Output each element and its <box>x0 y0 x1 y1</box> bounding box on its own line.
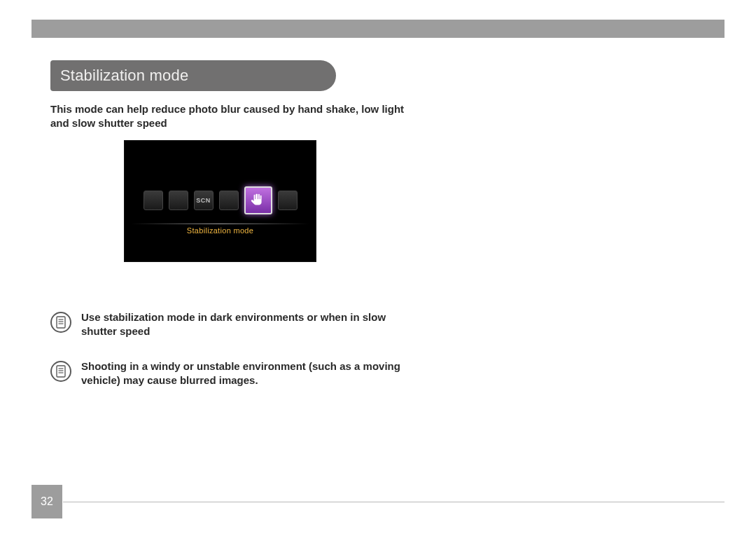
mode-icon-movie <box>278 191 298 210</box>
note-1-text: Use stabilization mode in dark environme… <box>81 310 414 339</box>
mode-icon-panorama <box>219 191 239 210</box>
mode-icon-auto <box>144 191 163 210</box>
note-2-text: Shooting in a windy or unstable environm… <box>81 359 414 388</box>
camera-lcd-screenshot: SCN Stabilization mode <box>124 140 316 262</box>
note-icon <box>50 361 71 382</box>
divider-line <box>132 224 309 224</box>
page-number: 32 <box>31 485 62 518</box>
mode-dial-strip: SCN <box>125 179 316 221</box>
svg-rect-4 <box>57 366 65 377</box>
hand-icon <box>251 193 266 208</box>
note-icon <box>50 312 71 333</box>
note-1: Use stabilization mode in dark environme… <box>50 310 414 339</box>
header-band <box>31 20 724 38</box>
mode-icon-stabilization-selected <box>244 186 272 214</box>
manual-page: Stabilization mode This mode can help re… <box>0 0 756 550</box>
footer-rule <box>63 502 724 502</box>
mode-label: Stabilization mode <box>125 226 316 235</box>
note-2: Shooting in a windy or unstable environm… <box>50 359 414 388</box>
section-heading: Stabilization mode <box>50 60 336 91</box>
mode-icon-program <box>169 191 188 210</box>
mode-icon-scn: SCN <box>194 191 214 210</box>
intro-text: This mode can help reduce photo blur cau… <box>50 102 414 131</box>
svg-rect-0 <box>57 317 65 328</box>
